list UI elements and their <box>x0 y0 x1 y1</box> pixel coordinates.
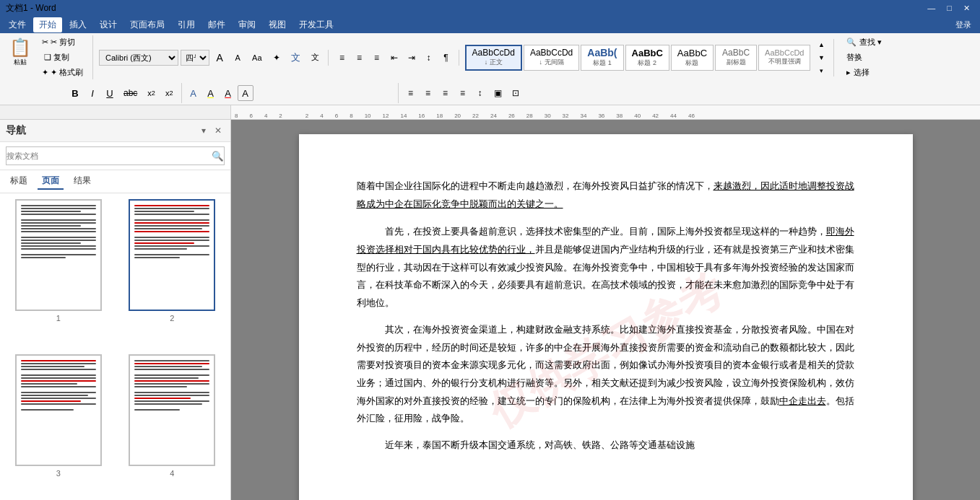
shading-btn[interactable]: ▣ <box>490 85 506 101</box>
multilevel-btn[interactable]: ≡ <box>369 50 385 66</box>
nav-settings-btn[interactable]: ▾ <box>199 125 209 136</box>
align-center-btn[interactable]: ≡ <box>420 85 436 101</box>
format-painter-icon: ✦ <box>42 68 48 77</box>
align-row: ≡ ≡ ≡ ≡ ↕ ▣ ⊡ <box>403 85 524 101</box>
para-marks-btn[interactable]: ¶ <box>438 50 454 66</box>
style-normal-label: ↓ 正文 <box>485 58 503 67</box>
find-btn[interactable]: 🔍 查找 ▾ <box>843 35 885 49</box>
style-no-space[interactable]: AaBbCcDd ↓ 无间隔 <box>524 45 579 71</box>
menu-home[interactable]: 开始 <box>33 17 62 32</box>
ruler: 8 6 4 2 2 4 6 8 10 12 14 16 18 20 22 24 … <box>0 105 980 120</box>
menu-layout[interactable]: 页面布局 <box>124 17 170 32</box>
style-gallery: AaBbCcDd ↓ 正文 AaBbCcDd ↓ 无间隔 AaBb( 标题 1 … <box>465 39 830 76</box>
font-size-select[interactable]: 四号 <box>181 50 209 66</box>
menu-view[interactable]: 视图 <box>263 17 292 32</box>
font-shrink-btn[interactable]: A <box>230 50 246 66</box>
change-case-btn[interactable]: Aa <box>248 50 266 66</box>
menu-developer[interactable]: 开发工具 <box>293 17 339 32</box>
text-effect-btn[interactable]: 文 <box>287 50 305 66</box>
menu-design[interactable]: 设计 <box>94 17 123 32</box>
page-thumb-1[interactable]: 1 <box>6 199 111 346</box>
phonetic-btn[interactable]: 文 <box>307 50 324 66</box>
numbering-btn[interactable]: ≡ <box>352 50 368 66</box>
border-btn[interactable]: A <box>238 85 253 101</box>
superscript-btn[interactable]: x2 <box>161 85 178 101</box>
menu-references[interactable]: 引用 <box>172 17 201 32</box>
select-btn[interactable]: ▸ 选择 <box>843 66 885 79</box>
style-h1-label: 标题 1 <box>593 58 612 68</box>
cut-icon: ✂ <box>42 38 48 47</box>
search-btn[interactable]: 🔍 <box>212 151 224 162</box>
style-scroll-up[interactable]: ▲ <box>813 39 829 51</box>
menu-insert[interactable]: 插入 <box>64 17 92 32</box>
nav-tab-results[interactable]: 结果 <box>69 173 95 190</box>
login-btn[interactable]: 登录 <box>955 19 971 30</box>
font-grow-btn[interactable]: A <box>212 50 227 66</box>
replace-btn[interactable]: 替换 <box>843 51 885 64</box>
style-more[interactable]: ▾ <box>813 65 829 76</box>
menu-review[interactable]: 审阅 <box>233 17 261 32</box>
underline-btn[interactable]: U <box>102 85 118 101</box>
page-num-2: 2 <box>170 314 174 323</box>
copy-btn[interactable]: ❑ 复制 <box>38 51 87 64</box>
nav-close-btn[interactable]: ✕ <box>212 125 225 136</box>
indent-inc-btn[interactable]: ⇥ <box>404 50 420 66</box>
style-scroll-down[interactable]: ▼ <box>813 52 829 63</box>
close-btn[interactable]: ✕ <box>959 4 974 13</box>
nav-tab-pages[interactable]: 页面 <box>38 173 64 190</box>
user-area: 登录 <box>950 19 977 30</box>
page-thumb-2[interactable]: 2 <box>120 199 225 346</box>
indent-dec-btn[interactable]: ⇤ <box>386 50 402 66</box>
ruler-mark: 34 <box>581 113 587 119</box>
font-name-select[interactable]: Calibri (西文) <box>99 50 178 66</box>
menu-file[interactable]: 文件 <box>3 17 32 32</box>
cut-btn[interactable]: ✂ ✂ 剪切 <box>38 35 87 49</box>
nav-tabs: 标题 页面 结果 <box>0 170 230 193</box>
style-h2[interactable]: AaBbC 标题 2 <box>625 45 669 71</box>
style-subtle-label: 不明显强调 <box>768 57 801 66</box>
ruler-mark: 24 <box>490 113 497 119</box>
justify-btn[interactable]: ≡ <box>455 85 471 101</box>
border2-btn[interactable]: ⊡ <box>508 85 524 101</box>
bold-btn[interactable]: B <box>67 85 83 101</box>
style-subtle-emphasis[interactable]: AaBbCcDd 不明显强调 <box>758 45 810 71</box>
style-h2-label: 标题 2 <box>638 58 656 68</box>
clear-format-btn[interactable]: ✦ <box>269 50 285 66</box>
ruler-mark: 14 <box>400 113 407 119</box>
highlight-btn[interactable]: A <box>203 85 219 101</box>
align-left-btn[interactable]: ≡ <box>403 85 419 101</box>
strikethrough-btn[interactable]: abc <box>119 85 142 101</box>
search-input[interactable] <box>6 152 212 160</box>
italic-btn[interactable]: I <box>84 85 100 101</box>
style-subtitle-label: 副标题 <box>727 58 746 67</box>
font-group: Calibri (西文) 四号 A A Aa ✦ 文 文 <box>99 50 328 66</box>
document-area[interactable]: 仅供学习参考 随着中国企业往国际化的进程中不断走向越趋激烈，在海外投资风日益扩张… <box>231 120 980 500</box>
ruler-mark: 44 <box>670 113 677 119</box>
page-thumb-4[interactable]: 4 <box>120 354 225 501</box>
style-heading-label: 标题 <box>685 58 698 68</box>
style-h1[interactable]: AaBb( 标题 1 <box>581 45 623 71</box>
subscript-btn[interactable]: x2 <box>143 85 160 101</box>
font-color-btn[interactable]: A <box>220 85 236 101</box>
ruler-mark: 4 <box>264 113 267 119</box>
format-painter-btn[interactable]: ✦✦ 格式刷 <box>38 66 87 79</box>
minimize-btn[interactable]: — <box>923 4 940 13</box>
align-right-btn[interactable]: ≡ <box>438 85 454 101</box>
line-space-btn[interactable]: ↕ <box>472 85 488 101</box>
text-effects-btn2[interactable]: A <box>186 85 201 101</box>
page-thumb-3[interactable]: 3 <box>6 354 111 501</box>
ruler-mark: 16 <box>418 113 425 119</box>
style-normal[interactable]: AaBbCcDd ↓ 正文 <box>465 45 522 71</box>
menu-mail[interactable]: 邮件 <box>202 17 231 32</box>
bullets-btn[interactable]: ≡ <box>334 50 350 66</box>
style-normal-preview: AaBbCcDd <box>472 48 515 58</box>
maximize-btn[interactable]: □ <box>942 4 956 13</box>
ribbon: 📋 粘贴 ✂ ✂ 剪切 ❑ 复制 ✦✦ 格式刷 Calibri (西文) 四号 … <box>0 33 980 105</box>
paste-btn[interactable]: 📋 粘贴 <box>4 35 36 79</box>
ruler-main: 8 6 4 2 2 4 6 8 10 12 14 16 18 20 22 24 … <box>231 105 980 119</box>
nav-tab-headings[interactable]: 标题 <box>6 173 32 190</box>
doc-para-3: 其次，在海外投资资金渠道上，构建财政金融支持系统。比如建立海外直接投资基金，分散… <box>357 321 855 428</box>
style-subtitle[interactable]: AaBbC 副标题 <box>715 45 757 71</box>
sort-btn[interactable]: ↕ <box>421 50 437 66</box>
style-heading[interactable]: AaBbC 标题 <box>671 45 714 71</box>
